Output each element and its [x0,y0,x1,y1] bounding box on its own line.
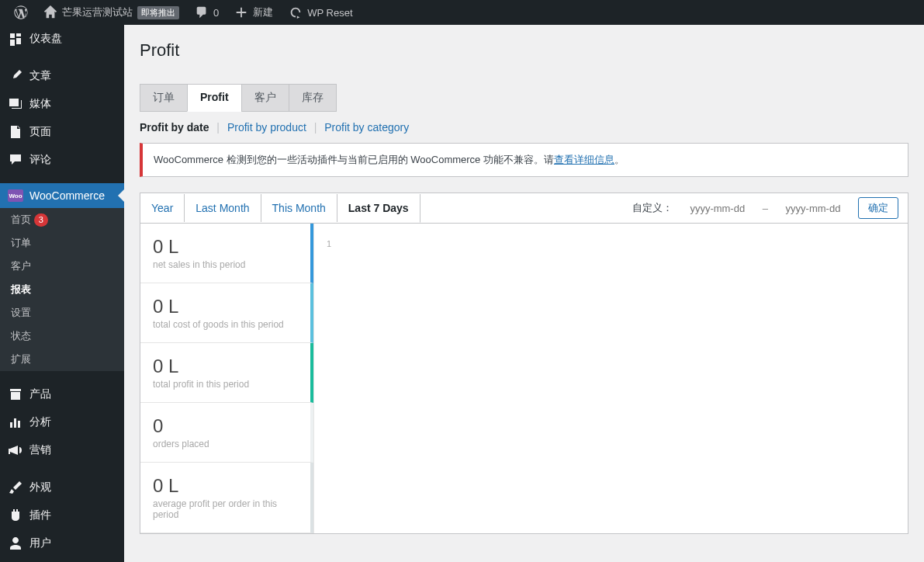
tab-profit[interactable]: Profit [187,84,242,112]
subtab-by-category[interactable]: Profit by category [324,121,409,134]
archive-icon [8,387,23,402]
sub-item-customers[interactable]: 客户 [0,255,124,278]
chart-bar-icon [8,415,23,430]
notice-link[interactable]: 查看详细信息 [554,154,614,165]
sidebar-item-users[interactable]: 用户 [0,529,124,550]
sub-tabs: Profit by date | Profit by product | Pro… [140,121,908,134]
sub-item-reports[interactable]: 报表 [0,278,124,301]
date-tab-last-7-days[interactable]: Last 7 Days [337,194,420,223]
wp-reset-link[interactable]: WP Reset [281,0,360,25]
report-tabs: 订单 Profit 客户 库存 [140,84,908,112]
comments-link[interactable]: 0 [187,0,227,25]
sidebar-item-products[interactable]: 产品 [0,380,124,408]
subtab-by-product[interactable]: Profit by product [227,121,306,134]
tab-customers[interactable]: 客户 [241,84,289,112]
home-notification-badge: 3 [34,213,48,227]
custom-label: 自定义： [632,201,673,215]
admin-sidebar: 仪表盘 文章 媒体 页面 评论 WooWooCommerce 首页 3 订单 客… [0,25,124,550]
new-label: 新建 [253,5,273,19]
date-range-tabs: Year Last Month This Month Last 7 Days 自… [140,193,908,224]
new-content-link[interactable]: 新建 [227,0,281,25]
report-body: 0 L net sales in this period 0 L total c… [140,224,908,534]
sidebar-item-analytics[interactable]: 分析 [0,408,124,436]
media-icon [8,96,23,112]
custom-date-range: 自定义： – 确定 [623,193,908,223]
date-tab-this-month[interactable]: This Month [261,194,337,222]
tab-orders[interactable]: 订单 [140,84,188,112]
woocommerce-submenu: 首页 3 订单 客户 报表 设置 状态 扩展 [0,208,124,371]
notice-suffix: 。 [614,154,625,165]
notice-text: WooCommerce 检测到您的一些活动插件与当前已启用的 WooCommer… [154,154,554,165]
user-icon [8,536,23,550]
error-notice: WooCommerce 检测到您的一些活动插件与当前已启用的 WooCommer… [140,143,908,177]
page-title: Profit [124,25,924,68]
site-name-link[interactable]: 芒果运营测试站即将推出 [36,0,187,25]
date-submit-button[interactable]: 确定 [858,197,898,219]
stat-total-cost[interactable]: 0 L total cost of goods in this period [140,283,313,343]
stat-total-profit[interactable]: 0 L total profit in this period [140,343,313,403]
sidebar-item-media[interactable]: 媒体 [0,90,124,118]
subtab-by-date[interactable]: Profit by date [140,121,209,134]
plus-icon [234,5,248,19]
megaphone-icon [8,442,23,458]
sub-item-status[interactable]: 状态 [0,324,124,348]
sidebar-item-woocommerce[interactable]: WooWooCommerce [0,183,124,208]
date-tab-year[interactable]: Year [140,194,185,222]
dashboard-icon [8,31,23,47]
woocommerce-icon: Woo [8,189,23,202]
date-from-input[interactable] [679,199,756,217]
pin-icon [8,68,23,84]
wp-reset-label: WP Reset [307,7,352,19]
sidebar-item-comments[interactable]: 评论 [0,146,124,174]
tab-stock[interactable]: 库存 [289,84,337,112]
comments-icon [8,152,23,168]
site-name-text: 芒果运营测试站 [62,5,133,19]
chart-y-tick: 1 [327,239,331,248]
sidebar-item-pages[interactable]: 页面 [0,118,124,146]
coming-soon-badge: 即将推出 [137,6,179,19]
plug-icon [8,508,23,523]
date-to-input[interactable] [774,199,852,217]
sidebar-item-plugins[interactable]: 插件 [0,501,124,529]
stat-avg-profit[interactable]: 0 L average profit per order in this per… [140,463,313,533]
sub-item-extensions[interactable]: 扩展 [0,348,124,371]
wordpress-icon [14,5,28,19]
sidebar-item-dashboard[interactable]: 仪表盘 [0,25,124,53]
brush-icon [8,480,23,495]
date-separator: – [763,203,768,214]
stat-orders-placed[interactable]: 0 orders placed [140,403,313,463]
home-icon [43,5,57,19]
sub-item-home[interactable]: 首页 3 [0,208,124,231]
stat-net-sales[interactable]: 0 L net sales in this period [140,224,313,283]
comment-icon [195,5,209,19]
main-content: Profit 订单 Profit 客户 库存 Profit by date | … [124,25,924,534]
sidebar-item-appearance[interactable]: 外观 [0,474,124,501]
sidebar-item-marketing[interactable]: 营销 [0,436,124,464]
sub-item-orders[interactable]: 订单 [0,231,124,255]
comments-count: 0 [213,7,219,19]
date-tab-last-month[interactable]: Last Month [185,194,261,222]
chart-area: 1 [314,224,908,533]
wp-logo[interactable] [6,0,36,25]
stats-column: 0 L net sales in this period 0 L total c… [140,224,314,533]
refresh-icon [289,5,303,19]
admin-toolbar: 芒果运营测试站即将推出 0 新建 WP Reset [0,0,924,25]
sidebar-item-posts[interactable]: 文章 [0,62,124,90]
sub-item-settings[interactable]: 设置 [0,301,124,324]
page-icon [8,124,23,140]
